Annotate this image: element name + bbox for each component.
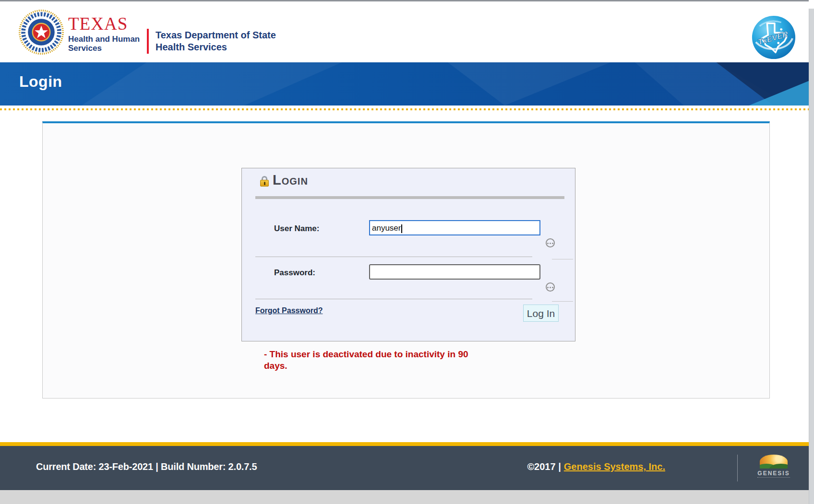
log-in-button[interactable]: Log In bbox=[523, 305, 559, 322]
lock-icon bbox=[260, 176, 269, 188]
footer-divider bbox=[737, 455, 738, 481]
username-label: User Name: bbox=[274, 224, 320, 234]
content-panel: Login User Name: anyuser Password: Forgo… bbox=[42, 121, 770, 399]
page-bottom-strip bbox=[0, 490, 814, 504]
gold-dotted-rule bbox=[0, 108, 814, 110]
footer-gold-bar bbox=[0, 442, 814, 446]
login-card: Login User Name: anyuser Password: Forgo… bbox=[241, 168, 575, 341]
forgot-password-link[interactable]: Forgot Password? bbox=[255, 306, 323, 315]
error-message: - This user is deactivated due to inacti… bbox=[264, 349, 493, 372]
login-card-heading: Login bbox=[273, 172, 308, 188]
password-input[interactable] bbox=[369, 264, 540, 280]
genesis-sunrise-icon bbox=[760, 455, 788, 469]
genesis-logo-text: GENESIS bbox=[757, 470, 790, 478]
agency-sub-line1: Health and Human bbox=[68, 35, 140, 44]
department-title: Texas Department of State Health Service… bbox=[156, 29, 276, 53]
password-label: Password: bbox=[274, 268, 315, 278]
field-separator bbox=[255, 299, 532, 299]
page-title: Login bbox=[19, 73, 62, 91]
text-caret bbox=[401, 224, 402, 233]
field-separator bbox=[255, 257, 532, 257]
site-footer: Current Date: 23-Feb-2021 | Build Number… bbox=[0, 446, 814, 490]
agency-name: TEXAS bbox=[68, 15, 140, 33]
texas-hhs-seal-icon bbox=[18, 9, 64, 55]
username-value: anyuser bbox=[372, 223, 401, 233]
footer-status-line: Current Date: 23-Feb-2021 | Build Number… bbox=[36, 461, 257, 472]
agency-brand: TEXAS Health and Human Services bbox=[68, 15, 140, 53]
dept-line1: Texas Department of State bbox=[156, 29, 276, 41]
dept-line2: Health Services bbox=[156, 41, 276, 53]
genesis-logo: GENESIS bbox=[754, 455, 793, 481]
heading-rule bbox=[255, 196, 564, 199]
field-separator bbox=[552, 301, 573, 302]
field-separator bbox=[552, 259, 573, 259]
page-banner: Login bbox=[0, 62, 814, 105]
txever-logo-icon: TxEVER bbox=[750, 14, 797, 61]
footer-copyright: ©2017 | bbox=[527, 461, 561, 472]
username-status-ring-icon bbox=[546, 238, 555, 247]
genesis-systems-link[interactable]: Genesis Systems, Inc. bbox=[564, 461, 665, 472]
vertical-scrollbar[interactable] bbox=[809, 0, 814, 504]
site-header: TEXAS Health and Human Services Texas De… bbox=[0, 0, 814, 62]
header-divider bbox=[147, 29, 149, 54]
username-input[interactable]: anyuser bbox=[369, 220, 540, 235]
agency-sub-line2: Services bbox=[68, 44, 140, 53]
login-page: TEXAS Health and Human Services Texas De… bbox=[0, 0, 814, 504]
scrollbar-thumb[interactable] bbox=[809, 9, 814, 504]
password-status-ring-icon bbox=[546, 282, 555, 292]
